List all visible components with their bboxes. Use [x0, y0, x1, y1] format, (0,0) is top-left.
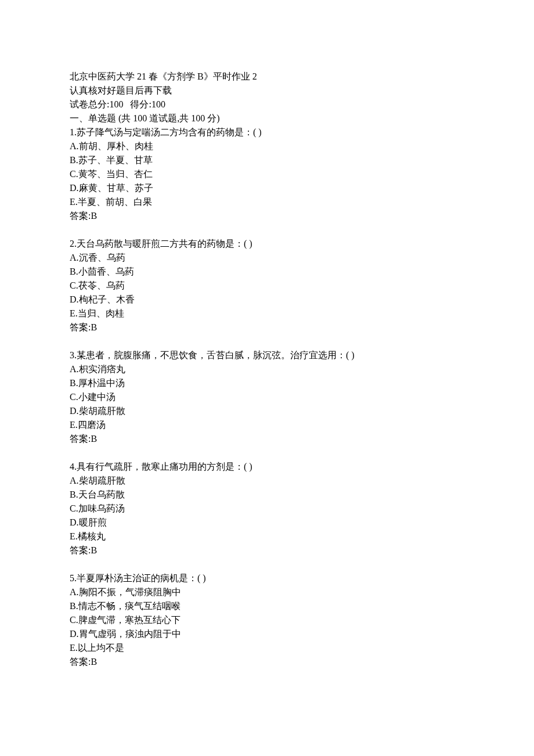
score-line: 试卷总分:100 得分:100: [70, 98, 464, 111]
spacer: [70, 446, 464, 460]
question-answer: 答案:B: [70, 655, 464, 669]
question-option: E.以上均不是: [70, 641, 464, 655]
question-option: E.当归、肉桂: [70, 307, 464, 321]
spacer: [70, 557, 464, 571]
question-option: D.柴胡疏肝散: [70, 404, 464, 418]
question-option: A.胸阳不振，气滞痰阻胸中: [70, 585, 464, 599]
question-option: A.柴胡疏肝散: [70, 474, 464, 488]
question-option: C.茯苓、乌药: [70, 279, 464, 293]
question-option: A.枳实消痞丸: [70, 362, 464, 376]
question-stem: 3.某患者，脘腹胀痛，不思饮食，舌苔白腻，脉沉弦。治疗宜选用：( ): [70, 348, 464, 362]
question-option: B.苏子、半夏、甘草: [70, 153, 464, 167]
question-option: B.小茴香、乌药: [70, 265, 464, 279]
question-option: D.胃气虚弱，痰浊内阻于中: [70, 627, 464, 641]
spacer: [70, 334, 464, 348]
question-answer: 答案:B: [70, 321, 464, 334]
question-stem: 5.半夏厚朴汤主治证的病机是：( ): [70, 571, 464, 585]
question-option: C.小建中汤: [70, 390, 464, 404]
question-stem: 4.具有行气疏肝，散寒止痛功用的方剂是：( ): [70, 460, 464, 474]
question-option: B.天台乌药散: [70, 488, 464, 502]
question-option: A.前胡、厚朴、肉桂: [70, 139, 464, 153]
question-stem: 1.苏子降气汤与定喘汤二方均含有的药物是：( ): [70, 125, 464, 139]
doc-note: 认真核对好题目后再下载: [70, 84, 464, 98]
question-answer: 答案:B: [70, 209, 464, 223]
question-option: C.加味乌药汤: [70, 502, 464, 516]
spacer: [70, 223, 464, 237]
document-page: 北京中医药大学 21 春《方剂学 B》平时作业 2 认真核对好题目后再下载 试卷…: [0, 0, 534, 756]
question-answer: 答案:B: [70, 432, 464, 446]
question-option: E.四磨汤: [70, 418, 464, 432]
doc-title: 北京中医药大学 21 春《方剂学 B》平时作业 2: [70, 70, 464, 84]
question-option: C.黄芩、当归、杏仁: [70, 167, 464, 181]
question-option: D.枸杞子、木香: [70, 293, 464, 307]
question-option: B.厚朴温中汤: [70, 376, 464, 390]
question-stem: 2.天台乌药散与暖肝煎二方共有的药物是：( ): [70, 237, 464, 251]
question-option: C.脾虚气滞，寒热互结心下: [70, 613, 464, 627]
question-option: E.半夏、前胡、白果: [70, 195, 464, 209]
question-option: A.沉香、乌药: [70, 251, 464, 265]
question-option: E.橘核丸: [70, 530, 464, 543]
question-option: D.麻黄、甘草、苏子: [70, 181, 464, 195]
section-heading: 一、单选题 (共 100 道试题,共 100 分): [70, 111, 464, 125]
question-option: B.情志不畅，痰气互结咽喉: [70, 599, 464, 613]
question-answer: 答案:B: [70, 543, 464, 557]
question-option: D.暖肝煎: [70, 516, 464, 530]
